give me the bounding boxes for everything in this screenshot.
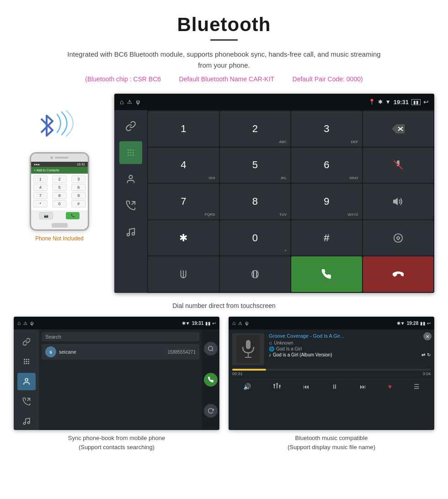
playlist-icon[interactable]: ☰ bbox=[414, 383, 420, 390]
usb-icon-music: ψ bbox=[245, 321, 248, 326]
music-caption: Bluetooth music compatible (Support disp… bbox=[288, 434, 375, 451]
phone-column: ●●● 19:31 + Add to Contacts 1 2 3 4 5 6 … bbox=[14, 94, 105, 242]
svg-point-4 bbox=[130, 152, 132, 154]
dial-button-backspace[interactable] bbox=[363, 111, 434, 147]
svg-point-11 bbox=[127, 234, 130, 236]
svg-point-33 bbox=[208, 346, 213, 350]
dial-button-mute[interactable] bbox=[363, 148, 434, 183]
call-icon-sm bbox=[208, 377, 214, 383]
dial-button-7[interactable]: 7 PQRS bbox=[148, 184, 219, 219]
pb-sidebar-music[interactable] bbox=[17, 413, 36, 430]
pb-sidebar-calls[interactable] bbox=[17, 393, 36, 410]
svg-point-40 bbox=[273, 384, 275, 386]
music-info: Groove Coverage - God Is A Gir... ♫ Unkn… bbox=[269, 333, 431, 358]
dial-button-3[interactable]: 3 DEF bbox=[291, 111, 362, 147]
repeat-icon: ↻ bbox=[427, 352, 431, 357]
specs-line: (Bluetooth chip : CSR BC6 Default Blueto… bbox=[9, 75, 439, 83]
dial-caption: Dial number direct from touchscreen bbox=[0, 297, 448, 317]
svg-point-25 bbox=[28, 361, 29, 362]
dial-button-end-call[interactable] bbox=[363, 256, 434, 292]
svg-point-42 bbox=[276, 383, 278, 385]
phonebook-caption: Sync phone-book from mobile phone (Suppo… bbox=[68, 434, 165, 451]
dial-button-star[interactable]: ✱ bbox=[148, 220, 219, 256]
dial-button-9[interactable]: 9 WXYZ bbox=[291, 184, 362, 219]
contact-number: 15885554271 bbox=[168, 350, 196, 355]
dial-button-4[interactable]: 4 GHI bbox=[148, 148, 219, 183]
phonebook-card: ⌂ ⚠ ψ ✱▼ 19:31 ▮▮ ↩ bbox=[14, 317, 219, 451]
svg-point-26 bbox=[24, 363, 25, 364]
sidebar-item-music[interactable] bbox=[119, 221, 142, 244]
music-icon bbox=[126, 227, 136, 237]
bluetooth-status-icon: ✱ bbox=[378, 99, 383, 105]
dial-button-merge[interactable] bbox=[148, 256, 219, 292]
sidebar-item-calls[interactable] bbox=[119, 194, 142, 217]
bottom-row: ⌂ ⚠ ψ ✱▼ 19:31 ▮▮ ↩ bbox=[0, 317, 448, 451]
equalizer-icon[interactable] bbox=[273, 382, 281, 391]
phone-not-included-label: Phone Not Included bbox=[35, 235, 83, 242]
dial-button-hash[interactable]: # bbox=[291, 220, 362, 256]
total-time: 3:04 bbox=[422, 372, 431, 376]
phonebook-status-bar: ⌂ ⚠ ψ ✱▼ 19:31 ▮▮ ↩ bbox=[14, 317, 219, 329]
sidebar-item-dialpad[interactable] bbox=[119, 141, 142, 164]
phonebook-entry[interactable]: s seicane 15885554271 bbox=[42, 344, 199, 360]
music-track-album: ♪ God is a Girl (Album Version) ⇄ ↻ bbox=[269, 352, 431, 357]
dial-button-1[interactable]: 1 bbox=[148, 111, 219, 147]
pb-sidebar-link[interactable] bbox=[17, 333, 36, 350]
hold-icon bbox=[250, 269, 260, 279]
next-track-icon[interactable]: ⏭ bbox=[360, 383, 366, 390]
phonebook-search-bar[interactable]: Search bbox=[42, 332, 199, 341]
dial-button-2[interactable]: 2 ABC bbox=[220, 111, 291, 147]
previous-track-icon[interactable]: ⏮ bbox=[303, 383, 309, 390]
car-status-left: ⌂ ⚠ ψ bbox=[120, 98, 140, 106]
volume-control-icon[interactable]: 🔊 bbox=[243, 383, 251, 390]
dial-button-6[interactable]: 6 MNO bbox=[291, 148, 362, 183]
favorite-icon[interactable]: ♥ bbox=[388, 383, 392, 390]
swap-icon bbox=[393, 233, 403, 243]
music-progress: 00:31 3:04 bbox=[232, 369, 431, 376]
dial-button-0[interactable]: 0 + bbox=[220, 220, 291, 256]
svg-point-6 bbox=[128, 154, 129, 156]
warning-icon-music: ⚠ bbox=[238, 321, 242, 326]
phone-mockup: ●●● 19:31 + Add to Contacts 1 2 3 4 5 6 … bbox=[30, 152, 89, 231]
phonebook-search-button[interactable] bbox=[204, 342, 218, 356]
dial-button-swap[interactable] bbox=[363, 220, 434, 256]
car-status-bar: ⌂ ⚠ ψ 📍 ✱ ▼ 19:31 ▮▮ ↩ bbox=[114, 94, 434, 110]
phonebook-call-button[interactable] bbox=[204, 373, 218, 387]
link-icon-sm bbox=[22, 338, 31, 346]
svg-point-0 bbox=[128, 149, 129, 151]
phonebook-sidebar bbox=[14, 329, 39, 430]
sidebar-item-contacts[interactable] bbox=[119, 168, 142, 191]
phone-row: 1 2 3 bbox=[33, 175, 86, 183]
svg-point-27 bbox=[26, 363, 27, 364]
phone-content: 1 2 3 4 5 6 7 8 9 * 0 # bbox=[31, 174, 88, 210]
svg-line-34 bbox=[212, 350, 213, 351]
progress-bar[interactable] bbox=[232, 369, 431, 371]
dialpad-icon bbox=[126, 148, 136, 158]
pb-sidebar-contacts-active[interactable] bbox=[17, 373, 36, 390]
phonebook-refresh-button[interactable] bbox=[204, 404, 218, 418]
page-header: Bluetooth Integrated with BC6 Bluetooth … bbox=[0, 0, 448, 94]
refresh-icon bbox=[208, 408, 214, 414]
home-icon-sm: ⌂ bbox=[17, 320, 21, 326]
sidebar-item-link[interactable] bbox=[119, 115, 142, 138]
pb-sidebar-dialpad[interactable] bbox=[17, 353, 36, 371]
back-icon[interactable]: ↩ bbox=[423, 98, 429, 106]
calls-icon bbox=[126, 201, 136, 211]
dial-button-8[interactable]: 8 TUV bbox=[220, 184, 291, 219]
phonebook-status-right: ✱▼ 19:31 ▮▮ ↩ bbox=[182, 321, 216, 326]
dial-button-5[interactable]: 5 JKL bbox=[220, 148, 291, 183]
phone-speaker bbox=[55, 157, 69, 159]
dial-button-volume[interactable] bbox=[363, 184, 434, 219]
dialpad-icon-sm bbox=[22, 357, 31, 366]
phone-camera-icon bbox=[50, 156, 53, 159]
dial-button-hold[interactable] bbox=[220, 256, 291, 292]
search-icon bbox=[208, 345, 214, 352]
play-pause-icon[interactable]: ⏸ bbox=[331, 383, 338, 390]
contact-avatar: s bbox=[45, 346, 56, 357]
svg-point-28 bbox=[28, 363, 29, 364]
dial-button-call[interactable] bbox=[291, 256, 362, 292]
progress-times: 00:31 3:04 bbox=[232, 372, 431, 376]
music-controls: 🔊 ⏮ ⏸ ⏭ ♥ ☰ bbox=[232, 379, 431, 393]
phonebook-area: Search s seicane 15885554271 bbox=[14, 329, 219, 430]
music-screen: ⌂ ⚠ ψ ✱▼ 19:28 ▮▮ ↩ ✕ bbox=[229, 317, 434, 430]
